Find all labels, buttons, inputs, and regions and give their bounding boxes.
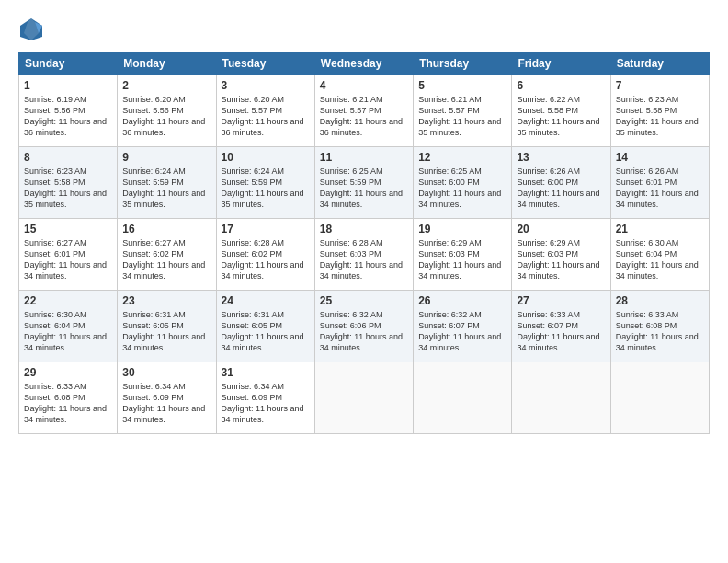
- calendar-cell: 9Sunrise: 6:24 AMSunset: 5:59 PMDaylight…: [118, 147, 216, 219]
- calendar-week-4: 22Sunrise: 6:30 AMSunset: 6:04 PMDayligh…: [19, 291, 710, 362]
- day-number: 1: [24, 79, 112, 92]
- day-number: 4: [320, 79, 408, 92]
- day-header-wednesday: Wednesday: [314, 52, 413, 75]
- calendar-cell: 11Sunrise: 6:25 AMSunset: 5:59 PMDayligh…: [314, 147, 413, 219]
- day-info: Sunrise: 6:30 AMSunset: 6:04 PMDaylight:…: [616, 237, 704, 282]
- day-number: 10: [222, 151, 310, 164]
- day-number: 28: [616, 294, 704, 307]
- calendar-cell: 30Sunrise: 6:34 AMSunset: 6:09 PMDayligh…: [118, 362, 216, 434]
- calendar-cell: 14Sunrise: 6:26 AMSunset: 6:01 PMDayligh…: [610, 147, 709, 219]
- calendar-cell: 15Sunrise: 6:27 AMSunset: 6:01 PMDayligh…: [19, 219, 118, 291]
- day-info: Sunrise: 6:31 AMSunset: 6:05 PMDaylight:…: [222, 309, 310, 354]
- calendar-cell: 10Sunrise: 6:24 AMSunset: 5:59 PMDayligh…: [216, 147, 314, 219]
- day-info: Sunrise: 6:28 AMSunset: 6:02 PMDaylight:…: [222, 237, 310, 282]
- day-info: Sunrise: 6:31 AMSunset: 6:05 PMDaylight:…: [122, 309, 210, 354]
- calendar-cell: 4Sunrise: 6:21 AMSunset: 5:57 PMDaylight…: [314, 75, 413, 147]
- calendar-cell: 8Sunrise: 6:23 AMSunset: 5:58 PMDaylight…: [19, 147, 118, 219]
- day-info: Sunrise: 6:29 AMSunset: 6:03 PMDaylight:…: [517, 237, 605, 282]
- calendar-cell: 16Sunrise: 6:27 AMSunset: 6:02 PMDayligh…: [118, 219, 216, 291]
- day-info: Sunrise: 6:27 AMSunset: 6:02 PMDaylight:…: [122, 237, 210, 282]
- day-number: 12: [418, 151, 506, 164]
- day-header-saturday: Saturday: [610, 52, 709, 75]
- day-number: 29: [24, 366, 112, 379]
- calendar-cell: 25Sunrise: 6:32 AMSunset: 6:06 PMDayligh…: [314, 291, 413, 362]
- calendar-cell: 29Sunrise: 6:33 AMSunset: 6:08 PMDayligh…: [19, 362, 118, 434]
- calendar-cell: 12Sunrise: 6:25 AMSunset: 6:00 PMDayligh…: [414, 147, 512, 219]
- calendar-cell: 23Sunrise: 6:31 AMSunset: 6:05 PMDayligh…: [118, 291, 216, 362]
- day-number: 18: [320, 223, 408, 236]
- day-number: 21: [616, 223, 704, 236]
- calendar-cell: [512, 362, 610, 434]
- calendar-week-2: 8Sunrise: 6:23 AMSunset: 5:58 PMDaylight…: [19, 147, 710, 219]
- calendar-cell: 3Sunrise: 6:20 AMSunset: 5:57 PMDaylight…: [216, 75, 314, 147]
- day-number: 2: [122, 79, 210, 92]
- day-number: 9: [122, 151, 210, 164]
- day-number: 7: [616, 79, 704, 92]
- calendar-cell: 2Sunrise: 6:20 AMSunset: 5:56 PMDaylight…: [118, 75, 216, 147]
- calendar-cell: 31Sunrise: 6:34 AMSunset: 6:09 PMDayligh…: [216, 362, 314, 434]
- day-info: Sunrise: 6:24 AMSunset: 5:59 PMDaylight:…: [222, 166, 310, 211]
- day-info: Sunrise: 6:20 AMSunset: 5:57 PMDaylight:…: [222, 94, 310, 139]
- calendar-cell: 20Sunrise: 6:29 AMSunset: 6:03 PMDayligh…: [512, 219, 610, 291]
- day-number: 11: [320, 151, 408, 164]
- calendar-cell: 27Sunrise: 6:33 AMSunset: 6:07 PMDayligh…: [512, 291, 610, 362]
- day-info: Sunrise: 6:25 AMSunset: 6:00 PMDaylight:…: [418, 166, 506, 211]
- day-number: 20: [517, 223, 605, 236]
- day-number: 13: [517, 151, 605, 164]
- day-number: 23: [122, 294, 210, 307]
- day-number: 24: [222, 294, 310, 307]
- day-number: 16: [122, 223, 210, 236]
- logo-icon: [18, 17, 44, 42]
- day-number: 30: [122, 366, 210, 379]
- day-info: Sunrise: 6:34 AMSunset: 6:09 PMDaylight:…: [122, 381, 210, 426]
- day-info: Sunrise: 6:26 AMSunset: 6:01 PMDaylight:…: [616, 166, 704, 211]
- day-info: Sunrise: 6:25 AMSunset: 5:59 PMDaylight:…: [320, 166, 408, 211]
- day-header-thursday: Thursday: [414, 52, 512, 75]
- day-info: Sunrise: 6:23 AMSunset: 5:58 PMDaylight:…: [616, 94, 704, 139]
- day-header-monday: Monday: [118, 52, 216, 75]
- calendar-cell: 13Sunrise: 6:26 AMSunset: 6:00 PMDayligh…: [512, 147, 610, 219]
- day-number: 5: [418, 79, 506, 92]
- day-info: Sunrise: 6:33 AMSunset: 6:07 PMDaylight:…: [517, 309, 605, 354]
- day-info: Sunrise: 6:33 AMSunset: 6:08 PMDaylight:…: [24, 381, 112, 426]
- day-info: Sunrise: 6:22 AMSunset: 5:58 PMDaylight:…: [517, 94, 605, 139]
- day-header-tuesday: Tuesday: [216, 52, 314, 75]
- calendar-cell: 1Sunrise: 6:19 AMSunset: 5:56 PMDaylight…: [19, 75, 118, 147]
- calendar-week-1: 1Sunrise: 6:19 AMSunset: 5:56 PMDaylight…: [19, 75, 710, 147]
- day-number: 19: [418, 223, 506, 236]
- day-number: 17: [222, 223, 310, 236]
- day-number: 27: [517, 294, 605, 307]
- calendar-cell: [414, 362, 512, 434]
- page: SundayMondayTuesdayWednesdayThursdayFrid…: [0, 0, 728, 563]
- day-info: Sunrise: 6:19 AMSunset: 5:56 PMDaylight:…: [24, 94, 112, 139]
- calendar-cell: 18Sunrise: 6:28 AMSunset: 6:03 PMDayligh…: [314, 219, 413, 291]
- calendar-week-5: 29Sunrise: 6:33 AMSunset: 6:08 PMDayligh…: [19, 362, 710, 434]
- day-number: 26: [418, 294, 506, 307]
- day-info: Sunrise: 6:24 AMSunset: 5:59 PMDaylight:…: [122, 166, 210, 211]
- calendar-cell: 24Sunrise: 6:31 AMSunset: 6:05 PMDayligh…: [216, 291, 314, 362]
- day-info: Sunrise: 6:34 AMSunset: 6:09 PMDaylight:…: [222, 381, 310, 426]
- calendar-cell: [610, 362, 709, 434]
- day-info: Sunrise: 6:20 AMSunset: 5:56 PMDaylight:…: [122, 94, 210, 139]
- day-info: Sunrise: 6:33 AMSunset: 6:08 PMDaylight:…: [616, 309, 704, 354]
- day-number: 22: [24, 294, 112, 307]
- calendar-table: SundayMondayTuesdayWednesdayThursdayFrid…: [18, 52, 710, 434]
- calendar-cell: 22Sunrise: 6:30 AMSunset: 6:04 PMDayligh…: [19, 291, 118, 362]
- calendar-cell: 26Sunrise: 6:32 AMSunset: 6:07 PMDayligh…: [414, 291, 512, 362]
- day-info: Sunrise: 6:32 AMSunset: 6:06 PMDaylight:…: [320, 309, 408, 354]
- day-number: 14: [616, 151, 704, 164]
- day-info: Sunrise: 6:27 AMSunset: 6:01 PMDaylight:…: [24, 237, 112, 282]
- calendar-cell: 5Sunrise: 6:21 AMSunset: 5:57 PMDaylight…: [414, 75, 512, 147]
- logo: [18, 17, 48, 42]
- day-number: 6: [517, 79, 605, 92]
- header: [18, 17, 710, 42]
- day-info: Sunrise: 6:23 AMSunset: 5:58 PMDaylight:…: [24, 166, 112, 211]
- calendar-cell: 7Sunrise: 6:23 AMSunset: 5:58 PMDaylight…: [610, 75, 709, 147]
- day-info: Sunrise: 6:21 AMSunset: 5:57 PMDaylight:…: [320, 94, 408, 139]
- calendar-cell: [314, 362, 413, 434]
- day-number: 25: [320, 294, 408, 307]
- day-number: 8: [24, 151, 112, 164]
- day-info: Sunrise: 6:29 AMSunset: 6:03 PMDaylight:…: [418, 237, 506, 282]
- day-info: Sunrise: 6:21 AMSunset: 5:57 PMDaylight:…: [418, 94, 506, 139]
- day-info: Sunrise: 6:32 AMSunset: 6:07 PMDaylight:…: [418, 309, 506, 354]
